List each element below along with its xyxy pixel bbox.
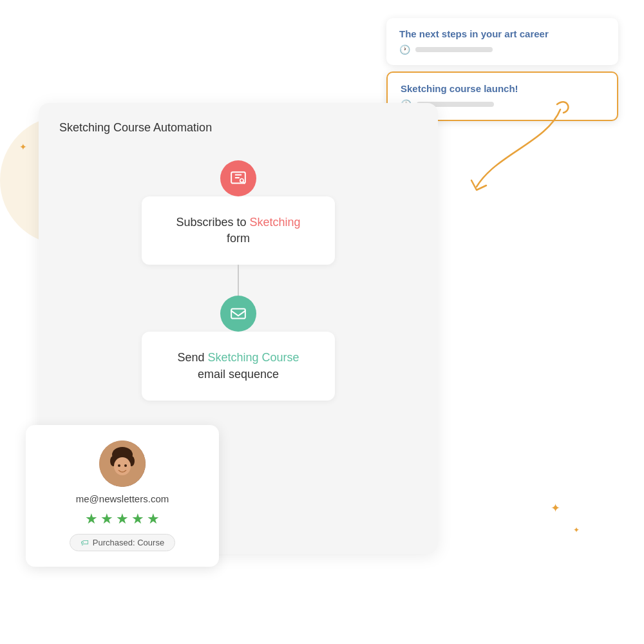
sparkle-2: ✦ (573, 526, 580, 535)
svg-point-8 (118, 464, 120, 467)
purchased-badge-text: Purchased: Course (93, 538, 164, 547)
node1-highlight: Sketching (250, 216, 301, 229)
node-icon-email (220, 296, 256, 332)
node-box-1[interactable]: Subscribes to Sketching form (142, 196, 335, 265)
svg-rect-2 (231, 309, 245, 319)
star-2: ★ (100, 511, 113, 527)
star-3: ★ (116, 511, 129, 527)
connector-1 (238, 265, 239, 296)
email-card-1-title: The next steps in your art career (399, 28, 605, 39)
node-box-2[interactable]: Send Sketching Course email sequence (142, 332, 335, 400)
main-card-title: Sketching Course Automation (59, 121, 417, 135)
node2-text-end: email sequence (198, 368, 279, 381)
curved-arrow (457, 90, 573, 206)
flow-node-1: Subscribes to Sketching form (142, 160, 335, 265)
star-4: ★ (131, 511, 144, 527)
node-icon-form (220, 160, 256, 196)
node1-text-end: form (227, 232, 250, 245)
stars: ★ ★ ★ ★ ★ (85, 511, 160, 527)
svg-point-7 (114, 457, 131, 475)
purchased-badge: 🏷 Purchased: Course (70, 534, 175, 551)
contact-card: me@newsletters.com ★ ★ ★ ★ ★ 🏷 Purchased… (26, 425, 219, 567)
contact-email: me@newsletters.com (76, 493, 169, 504)
meta-bar-1 (415, 47, 493, 52)
star-1: ★ (85, 511, 98, 527)
node2-text-plain: Send (177, 351, 207, 364)
email-card-1[interactable]: The next steps in your art career 🕐 (386, 18, 618, 65)
avatar (99, 440, 146, 487)
email-card-1-meta: 🕐 (399, 44, 605, 55)
scene: The next steps in your art career 🕐 Sket… (0, 0, 644, 644)
flow-container: Subscribes to Sketching form Send Sketch… (59, 160, 417, 401)
clock-icon-1: 🕐 (399, 44, 410, 55)
sparkle-1: ✦ (551, 501, 560, 515)
node1-text-plain: Subscribes to (176, 216, 249, 229)
star-5: ★ (147, 511, 160, 527)
sparkle-3: ✦ (19, 142, 27, 152)
tag-icon: 🏷 (80, 538, 89, 547)
flow-node-2: Send Sketching Course email sequence (142, 296, 335, 400)
svg-point-9 (124, 464, 127, 467)
node2-highlight: Sketching Course (207, 351, 299, 364)
